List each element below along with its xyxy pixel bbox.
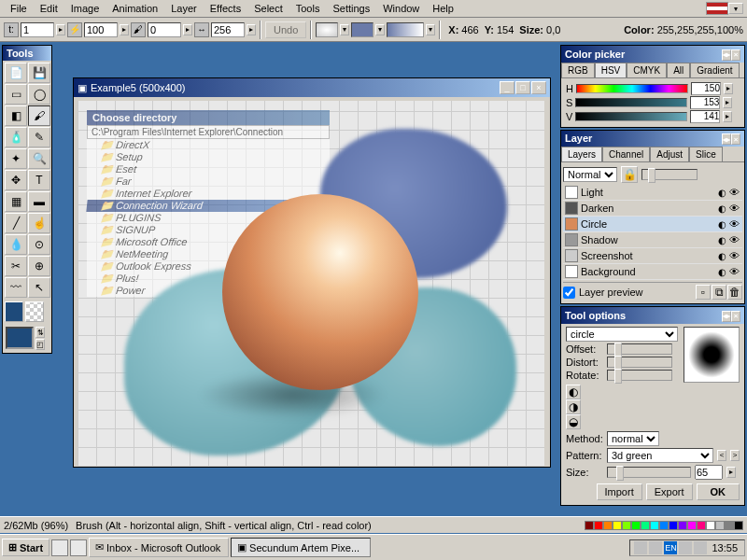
layer-new-icon[interactable]: ▫ (696, 285, 711, 300)
tray-icon[interactable] (649, 541, 662, 554)
sat-input[interactable] (690, 96, 720, 109)
menubar-dropdown-icon[interactable]: ▾ (728, 3, 743, 14)
brush-input[interactable] (148, 22, 181, 37)
swatch-dropdown-icon[interactable]: ▾ (426, 24, 435, 35)
brush-shape-select[interactable]: circle (566, 327, 678, 342)
tool-spray[interactable]: 🧴 (5, 127, 27, 147)
tool-new[interactable]: 📄 (5, 63, 27, 83)
palette-swatch[interactable] (734, 521, 743, 530)
layer-opacity-slider[interactable] (641, 169, 698, 180)
palette-swatch[interactable] (725, 521, 734, 530)
layer-visibility-icon[interactable]: 👁 (729, 250, 740, 261)
tool-crop[interactable]: ✂ (5, 256, 27, 276)
palette-swatch[interactable] (631, 521, 641, 530)
canvas-titlebar[interactable]: ▣ Example5 (500x400) _ □ × (74, 78, 550, 97)
stepper-icon[interactable]: ▸ (723, 97, 732, 108)
tool-gradient[interactable]: ▦ (5, 191, 27, 212)
tab-all[interactable]: All (667, 63, 690, 77)
hue-slider[interactable] (576, 84, 688, 93)
tool-line[interactable]: ╱ (5, 213, 27, 233)
palette-swatch[interactable] (669, 521, 678, 530)
tray-icon[interactable] (679, 541, 692, 554)
layer-mask-icon[interactable]: ◐ (718, 251, 726, 261)
palette-swatch[interactable] (613, 521, 622, 530)
tab-layers[interactable]: Layers (561, 147, 602, 161)
quicklaunch-icon[interactable] (70, 539, 87, 556)
maximize-button[interactable]: □ (515, 81, 530, 94)
rotate-slider[interactable] (607, 370, 672, 381)
sat-slider[interactable] (575, 98, 687, 107)
palette-swatch[interactable] (687, 521, 697, 530)
tab-rgb[interactable]: RGB (561, 63, 595, 77)
palette-swatch[interactable] (715, 521, 725, 530)
layer-mask-icon[interactable]: ◐ (718, 188, 726, 198)
palette-swatch[interactable] (594, 521, 603, 530)
val-slider[interactable] (575, 112, 687, 121)
menu-edit[interactable]: Edit (34, 1, 64, 16)
stepper-icon[interactable]: ▸ (723, 111, 732, 122)
stepper-icon[interactable]: ▸ (726, 467, 736, 478)
tab-slice[interactable]: Slice (689, 147, 723, 161)
menu-image[interactable]: Image (64, 1, 106, 16)
swatch-dropdown-icon[interactable]: ▾ (375, 24, 385, 35)
layer-row[interactable]: Background◐👁 (563, 264, 742, 280)
blend-mode-select[interactable]: Normal (563, 167, 617, 182)
method-select[interactable]: normal (607, 431, 659, 446)
stepper-icon[interactable]: ▸ (183, 24, 192, 35)
panel-close-icon[interactable]: × (731, 311, 740, 322)
pattern-select[interactable]: 3d green (607, 448, 713, 463)
tab-hsv[interactable]: HSV (595, 63, 627, 77)
panel-collapse-icon[interactable]: ◂▸ (722, 49, 731, 61)
stepper-icon[interactable]: ▸ (247, 24, 256, 35)
hue-input[interactable] (691, 82, 721, 95)
layer-mask-icon[interactable]: ◐ (718, 267, 726, 277)
menu-file[interactable]: File (4, 1, 34, 16)
panel-collapse-icon[interactable]: ◂▸ (722, 133, 731, 145)
tool-pencil[interactable]: ✎ (28, 127, 50, 147)
palette-swatch[interactable] (585, 521, 594, 530)
foreground-color[interactable] (6, 327, 34, 349)
ok-button[interactable]: OK (697, 483, 740, 500)
stepper-icon[interactable]: ▸ (56, 24, 65, 35)
taskbar-task-app[interactable]: ▣Secundum Artem Pixe... (231, 538, 371, 557)
palette-swatch[interactable] (622, 521, 631, 530)
layer-row[interactable]: Screenshot◐👁 (563, 248, 742, 264)
pattern-checker[interactable] (25, 301, 44, 322)
tool-lasso[interactable]: ◯ (28, 84, 50, 105)
tool-target[interactable]: ⊙ (28, 234, 50, 255)
language-flag-icon[interactable] (706, 2, 728, 15)
tab-gradient[interactable]: Gradient (690, 63, 739, 77)
menu-animation[interactable]: Animation (106, 1, 164, 16)
step-input[interactable] (211, 22, 245, 37)
quicklaunch-icon[interactable] (51, 539, 68, 556)
stepper-icon[interactable]: ▸ (120, 24, 129, 35)
preset-1-icon[interactable]: ◐ (566, 385, 581, 399)
palette-swatch[interactable] (650, 521, 659, 530)
tab-adjust[interactable]: Adjust (650, 147, 689, 161)
language-indicator[interactable]: EN (664, 541, 677, 554)
tray-icon[interactable] (694, 541, 707, 554)
panel-close-icon[interactable]: × (731, 49, 740, 61)
tool-blur[interactable]: 💧 (5, 234, 27, 255)
panel-collapse-icon[interactable]: ◂▸ (722, 311, 731, 322)
import-button[interactable]: Import (597, 483, 642, 500)
color-swatch-2[interactable] (351, 22, 374, 37)
palette-swatch[interactable] (659, 521, 669, 530)
taskbar-task-outlook[interactable]: ✉Inbox - Microsoft Outlook (89, 538, 229, 557)
tool-curve[interactable]: 〰 (5, 277, 27, 298)
minimize-button[interactable]: _ (500, 81, 514, 94)
export-button[interactable]: Export (646, 483, 693, 500)
tool-picker[interactable]: ↖ (28, 277, 50, 298)
distort-slider[interactable] (607, 357, 672, 368)
tool-eraser[interactable]: ◧ (5, 105, 27, 126)
palette-swatch[interactable] (706, 521, 715, 530)
tool-brush[interactable]: 🖌 (28, 105, 50, 126)
zoom-input[interactable] (84, 22, 118, 37)
layer-lock-icon[interactable]: 🔒 (621, 166, 638, 183)
tray-icon[interactable] (634, 541, 647, 554)
layer-row[interactable]: Circle◐👁 (563, 217, 742, 232)
close-button[interactable]: × (531, 81, 546, 94)
next-pattern-icon[interactable]: > (730, 450, 740, 461)
tab-channel[interactable]: Channel (602, 147, 650, 161)
swap-colors-icon[interactable]: ⇅ (35, 327, 45, 338)
